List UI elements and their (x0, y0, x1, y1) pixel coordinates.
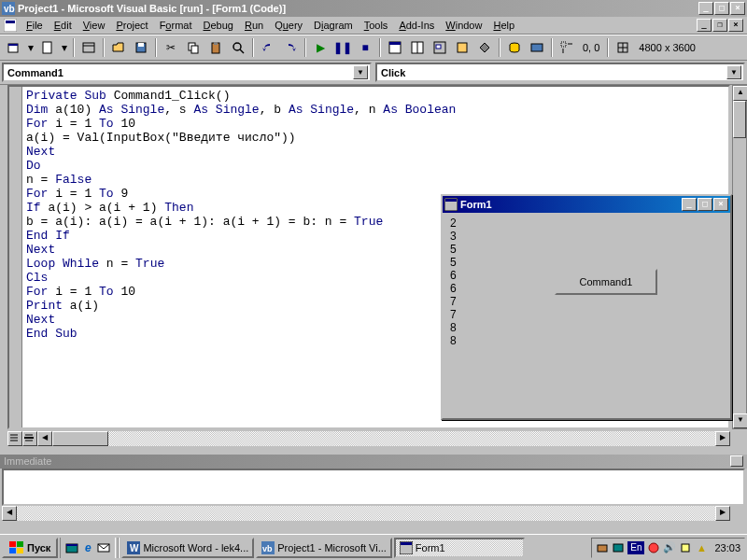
horizontal-scrollbar[interactable]: ◀ ▶ (7, 431, 730, 446)
project-explorer-button[interactable] (385, 37, 405, 58)
menu-edit[interactable]: Edit (49, 18, 78, 33)
maximize-button[interactable]: □ (714, 2, 729, 15)
form1-window[interactable]: Form1 _ □ × 2355667788 Command1 (441, 194, 732, 420)
add-project-button[interactable] (4, 37, 24, 58)
menu-debug[interactable]: Debug (197, 18, 238, 33)
form1-client-area[interactable]: 2355667788 Command1 (443, 213, 730, 418)
tray-icon[interactable] (647, 541, 660, 554)
outlook-icon[interactable] (96, 540, 111, 555)
form1-close-button[interactable]: × (713, 198, 728, 211)
position-icon (557, 37, 577, 58)
scroll-left-button[interactable]: ◀ (37, 431, 52, 446)
menu-query[interactable]: Query (269, 18, 308, 33)
svg-rect-12 (191, 46, 198, 53)
break-button[interactable]: ❚❚ (332, 37, 353, 58)
vcm-button[interactable] (527, 37, 547, 58)
resize-grip[interactable] (730, 506, 745, 521)
menu-editor-button[interactable] (78, 37, 99, 58)
menu-run[interactable]: Run (239, 18, 269, 33)
undo-button[interactable] (258, 37, 278, 58)
scroll-left-button[interactable]: ◀ (2, 506, 17, 521)
save-button[interactable] (131, 37, 151, 58)
dropdown-arrow-icon[interactable]: ▾ (26, 37, 35, 58)
close-button[interactable]: × (730, 2, 745, 15)
scroll-up-button[interactable]: ▲ (733, 86, 747, 101)
taskbar-task-form1[interactable]: Form1 (394, 538, 525, 558)
form1-titlebar[interactable]: Form1 _ □ × (443, 196, 730, 213)
full-module-view-button[interactable] (7, 431, 22, 446)
ie-icon[interactable]: e (80, 540, 95, 555)
chevron-down-icon[interactable]: ▼ (353, 65, 368, 79)
copy-button[interactable] (183, 37, 204, 58)
svg-rect-26 (561, 42, 566, 47)
margin-indicator-bar[interactable] (9, 87, 22, 427)
volume-icon[interactable]: 🔊 (663, 541, 676, 554)
toolbox-button[interactable] (474, 37, 495, 58)
svg-rect-6 (43, 42, 51, 53)
data-view-button[interactable] (504, 37, 525, 58)
scroll-down-button[interactable]: ▼ (733, 413, 747, 428)
minimize-button[interactable]: _ (698, 2, 713, 15)
redo-button[interactable] (280, 37, 301, 58)
tray-icon[interactable] (679, 541, 692, 554)
tray-icon[interactable] (596, 541, 609, 554)
code-combo-row: Command1 ▼ Click ▼ (0, 61, 747, 85)
procedure-combo[interactable]: Click ▼ (375, 63, 745, 82)
clock[interactable]: 23:03 (714, 542, 740, 553)
svg-point-55 (649, 543, 658, 553)
mdi-close-button[interactable]: × (728, 19, 743, 32)
mdi-minimize-button[interactable]: _ (697, 19, 712, 32)
menu-view[interactable]: View (78, 18, 111, 33)
scroll-right-button[interactable]: ▶ (715, 431, 730, 446)
language-indicator[interactable]: En (627, 541, 644, 554)
scroll-thumb[interactable] (52, 431, 108, 446)
scroll-thumb[interactable] (733, 101, 746, 138)
vertical-scrollbar[interactable]: ▲ ▼ (732, 85, 747, 429)
immediate-close-button[interactable]: × (730, 455, 743, 467)
form-layout-button[interactable] (430, 37, 450, 58)
menu-help[interactable]: Help (487, 18, 520, 33)
menu-addins[interactable]: Add-Ins (393, 18, 440, 33)
form1-maximize-button[interactable]: □ (698, 198, 712, 211)
menu-tools[interactable]: Tools (359, 18, 394, 33)
menu-window[interactable]: Window (440, 18, 487, 33)
svg-rect-23 (458, 43, 467, 52)
menu-diagram[interactable]: Diagram (308, 18, 359, 33)
cut-button[interactable]: ✂ (161, 37, 181, 58)
object-browser-button[interactable] (452, 37, 472, 58)
system-tray: En 🔊 ▲ 23:03 (591, 538, 745, 558)
mdi-restore-button[interactable]: ❐ (712, 19, 727, 32)
add-item-button[interactable] (37, 37, 58, 58)
tray-icon[interactable]: ▲ (695, 541, 708, 554)
scroll-right-button[interactable]: ▶ (715, 506, 730, 521)
chevron-down-icon[interactable]: ▼ (726, 65, 741, 79)
find-button[interactable] (228, 37, 248, 58)
end-button[interactable]: ■ (355, 37, 375, 58)
procedure-combo-text: Click (379, 67, 726, 78)
task-label: Project1 - Microsoft Vi... (277, 542, 387, 553)
taskbar-task-word[interactable]: W Microsoft Word - lek4... (121, 538, 254, 558)
open-button[interactable] (108, 37, 129, 58)
paste-button[interactable] (205, 37, 226, 58)
immediate-titlebar[interactable]: Immediate × (0, 455, 747, 469)
menu-project[interactable]: Project (110, 18, 153, 33)
svg-rect-10 (138, 43, 144, 47)
properties-button[interactable] (407, 37, 428, 58)
object-combo[interactable]: Command1 ▼ (2, 63, 372, 82)
menu-file[interactable]: File (21, 18, 49, 33)
immediate-text-area[interactable] (2, 469, 745, 506)
start-button[interactable]: ▶ (310, 37, 331, 58)
dropdown-arrow-icon[interactable]: ▾ (60, 37, 69, 58)
menu-format[interactable]: Format (154, 18, 198, 33)
start-label: Пуск (27, 542, 50, 553)
main-titlebar[interactable]: vb Project1 - Microsoft Visual Basic [ru… (0, 0, 747, 17)
taskbar-task-vb[interactable]: vb Project1 - Microsoft Vi... (256, 538, 392, 558)
start-button[interactable]: Пуск (2, 538, 58, 558)
svg-rect-42 (9, 548, 16, 553)
command1-button[interactable]: Command1 (555, 269, 657, 295)
svg-rect-41 (17, 541, 23, 547)
show-desktop-icon[interactable] (64, 540, 79, 555)
tray-icon[interactable] (612, 541, 625, 554)
form1-minimize-button[interactable]: _ (682, 198, 697, 211)
procedure-view-button[interactable] (22, 431, 37, 446)
